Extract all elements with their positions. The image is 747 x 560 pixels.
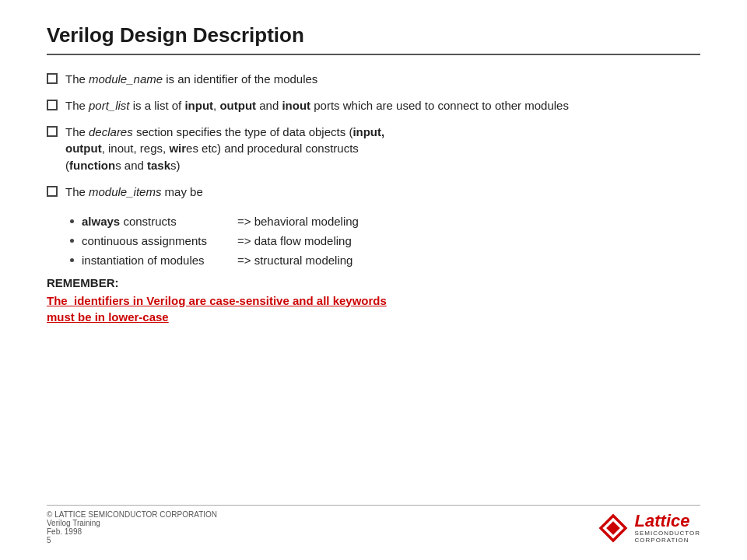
slide-title: Verilog Design Description	[47, 23, 700, 47]
logo-text-block: Lattice Semiconductor Corporation	[635, 512, 700, 544]
arrow-1: => behavioral modeling	[237, 215, 359, 228]
declares-output-bold: output	[65, 142, 102, 155]
remember-section: REMEMBER: The identifiers in Verilog are…	[47, 276, 700, 327]
bullet-item-1: The module_name is an identifier of the …	[47, 71, 700, 88]
module-name-italic: module_name	[89, 72, 163, 86]
remember-label: REMEMBER:	[47, 276, 700, 289]
bullet-text-1: The module_name is an identifier of the …	[65, 71, 317, 88]
input-bold: input	[184, 99, 213, 112]
training-text: Verilog Training	[47, 519, 217, 527]
bullet-text-3: The declares section specifies the type …	[65, 124, 384, 174]
sub-text-3: instantiation of modules => structural m…	[82, 254, 352, 267]
inout-bold: inout	[282, 99, 310, 112]
copyright-text: © LATTICE SEMICONDUCTOR CORPORATION	[47, 510, 217, 519]
arrow-2: => data flow modeling	[237, 234, 352, 247]
declares-italic: declares	[89, 125, 133, 138]
logo-corporation-text: Corporation	[635, 537, 700, 544]
checkbox-icon	[47, 100, 58, 110]
sub-bullet-3: instantiation of modules => structural m…	[70, 254, 700, 267]
footer-right: Lattice Semiconductor Corporation	[598, 512, 700, 544]
bullet-text-2: The port_list is a list of input, output…	[65, 97, 569, 114]
output-bold: output	[219, 99, 256, 112]
tasks-bold: task	[147, 159, 170, 172]
footer-left: © LATTICE SEMICONDUCTOR CORPORATION Veri…	[47, 510, 217, 544]
declares-input-bold: input,	[352, 125, 384, 138]
dot-icon	[70, 258, 74, 262]
page-number: 5	[47, 536, 217, 544]
dot-icon	[70, 239, 74, 243]
sub-bullets-list: always constructs => behavioral modeling…	[70, 215, 700, 267]
dot-icon	[70, 219, 74, 223]
sub-text-2: continuous assignments => data flow mode…	[82, 234, 352, 247]
bullet-text-4: The module_items may be	[65, 184, 203, 201]
module-items-italic: module_items	[89, 185, 161, 198]
bullet-item-2: The port_list is a list of input, output…	[47, 97, 700, 114]
footer: © LATTICE SEMICONDUCTOR CORPORATION Veri…	[47, 505, 700, 544]
wires-bold: wir	[169, 142, 186, 155]
sub-text-1: always constructs => behavioral modeling	[82, 215, 359, 228]
port-list-italic: port_list	[89, 99, 130, 112]
checkbox-icon	[47, 186, 58, 197]
arrow-3: => structural modeling	[237, 254, 352, 267]
date-text: Feb. 1998	[47, 527, 217, 536]
checkbox-icon	[47, 73, 58, 84]
regs-s: s	[157, 142, 163, 155]
slide: Verilog Design Description The module_na…	[0, 0, 747, 560]
title-section: Verilog Design Description	[47, 23, 700, 55]
checkbox-icon	[47, 126, 58, 137]
functions-bold: function	[69, 159, 115, 172]
content-area: The module_name is an identifier of the …	[47, 71, 700, 505]
case-sensitive-text: The identifiers in Verilog are case-sens…	[47, 292, 700, 327]
lattice-logo: Lattice Semiconductor Corporation	[598, 512, 700, 544]
sub-bullet-1: always constructs => behavioral modeling	[70, 215, 700, 228]
logo-lattice-text: Lattice	[635, 512, 700, 530]
bullet-item-4: The module_items may be	[47, 184, 700, 201]
lattice-diamond-icon	[598, 513, 629, 544]
bullet-item-3: The declares section specifies the type …	[47, 124, 700, 174]
sub-bullet-2: continuous assignments => data flow mode…	[70, 234, 700, 247]
always-bold: always	[82, 215, 120, 228]
